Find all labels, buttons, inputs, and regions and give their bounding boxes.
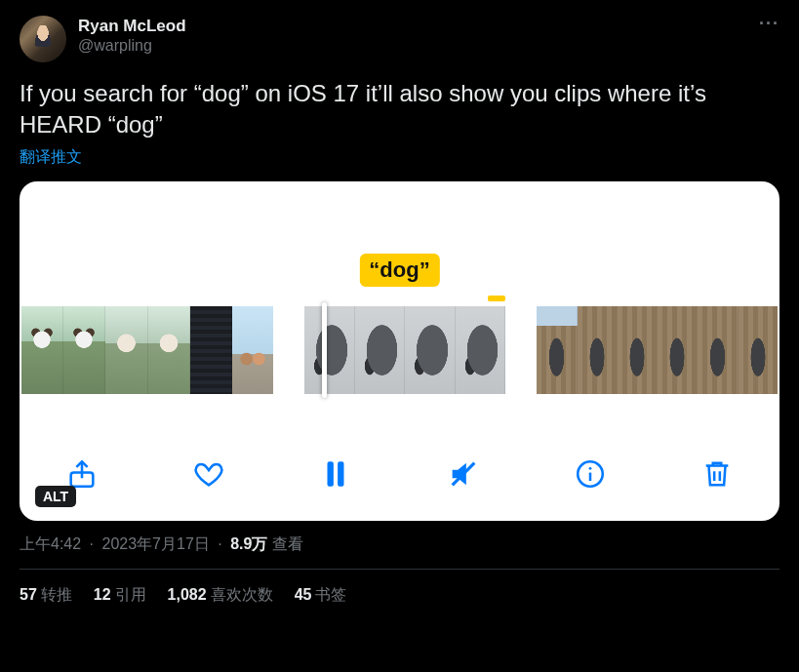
search-term-label: “dog” [359,254,439,287]
media-attachment[interactable]: “dog” [20,181,779,521]
video-frame [578,306,618,394]
media-toolbar [20,455,779,494]
tweet-time: 上午4:42 [20,535,81,552]
tweet-header: Ryan McLeod @warpling ··· [20,16,779,62]
translate-link[interactable]: 翻译推文 [20,147,779,168]
video-frame [658,306,698,394]
video-frame [405,306,456,394]
clip-group [537,306,778,394]
user-info[interactable]: Ryan McLeod @warpling [78,16,186,56]
match-marker-icon [488,296,505,301]
video-frame [190,306,232,394]
bookmarks-stat[interactable]: 45书签 [295,585,347,606]
video-frame [698,306,738,394]
svg-rect-1 [328,461,334,487]
video-frame [739,306,778,394]
delete-button[interactable] [698,455,737,494]
speaker-muted-icon [447,457,480,491]
video-frame [355,306,406,394]
video-frame [21,306,63,394]
tweet-meta[interactable]: 上午4:42 · 2023年7月17日 · 8.9万 查看 [20,534,779,555]
video-frame [232,306,273,394]
user-handle: @warpling [78,36,186,56]
info-button[interactable] [571,455,610,494]
pause-button[interactable] [316,455,355,494]
playhead-icon[interactable] [322,302,327,398]
favorite-button[interactable] [189,455,228,494]
video-frame [105,306,147,394]
info-icon [574,457,607,491]
clip-group-active [304,306,505,394]
quotes-stat[interactable]: 12引用 [94,585,146,606]
likes-stat[interactable]: 1,082喜欢次数 [168,585,273,606]
retweets-stat[interactable]: 57转推 [20,585,72,606]
video-scrubber[interactable] [20,306,779,394]
trash-icon [700,457,734,491]
video-frame [618,306,658,394]
tweet-container: Ryan McLeod @warpling ··· If you search … [0,0,799,606]
views-count: 8.9万 [230,535,267,552]
svg-point-4 [588,467,591,470]
clip-group [21,306,273,394]
video-frame [537,306,577,394]
views-label: 查看 [272,535,303,552]
pause-icon [319,457,352,491]
video-frame [456,306,506,394]
more-icon[interactable]: ··· [759,14,779,34]
svg-rect-2 [339,461,344,487]
alt-badge[interactable]: ALT [35,486,76,507]
tweet-date: 2023年7月17日 [102,535,210,552]
heart-icon [192,457,225,491]
mute-button[interactable] [444,455,483,494]
tweet-stats: 57转推 12引用 1,082喜欢次数 45书签 [20,570,779,606]
video-frame [63,306,105,394]
display-name: Ryan McLeod [78,16,186,36]
video-frame [148,306,190,394]
video-frame [304,306,355,394]
avatar[interactable] [20,16,66,62]
tweet-text: If you search for “dog” on iOS 17 it’ll … [20,78,779,141]
